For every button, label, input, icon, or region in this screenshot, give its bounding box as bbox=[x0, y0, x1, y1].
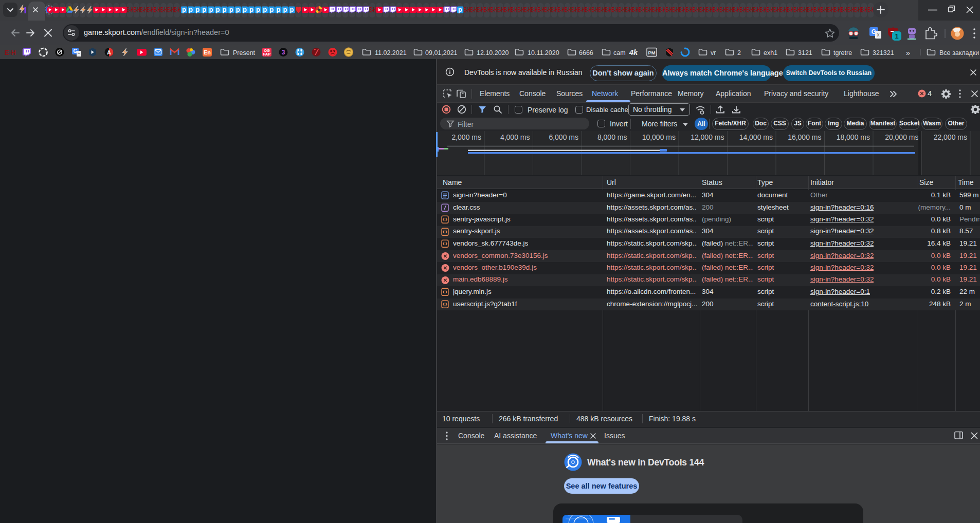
svg-text:p: p bbox=[216, 6, 220, 13]
svg-text:p: p bbox=[236, 6, 240, 13]
svg-text:p: p bbox=[202, 6, 206, 13]
svg-text:22,000 ms: 22,000 ms bbox=[934, 133, 967, 141]
svg-text:12.10.2020: 12.10.2020 bbox=[477, 49, 509, 57]
svg-text:p: p bbox=[195, 6, 199, 13]
svg-text:E-H: E-H bbox=[369, 5, 376, 14]
svg-text:p: p bbox=[269, 6, 274, 13]
svg-text:»: » bbox=[906, 48, 910, 57]
svg-text:x: x bbox=[877, 32, 880, 38]
svg-text:E-HE-HE-HE-HE-HE-HE-HE-H: E-HE-HE-HE-HE-HE-HE-HE-H bbox=[127, 5, 181, 14]
svg-text:16,000 ms: 16,000 ms bbox=[788, 133, 821, 141]
svg-text:cam: cam bbox=[613, 49, 626, 57]
svg-text:11.02.2021: 11.02.2021 bbox=[375, 49, 407, 57]
svg-text:p: p bbox=[256, 6, 260, 13]
svg-text:1: 1 bbox=[895, 32, 898, 40]
svg-text:vr: vr bbox=[711, 49, 716, 57]
svg-text:09,01,2021: 09,01,2021 bbox=[425, 49, 458, 57]
svg-text:2,000 ms: 2,000 ms bbox=[451, 133, 481, 141]
svg-text:A: A bbox=[107, 49, 111, 55]
svg-text:3121: 3121 bbox=[798, 49, 812, 57]
svg-text:p: p bbox=[209, 6, 213, 13]
svg-text:PM: PM bbox=[648, 50, 655, 55]
svg-text:FAP: FAP bbox=[263, 52, 271, 57]
svg-text:p: p bbox=[182, 6, 186, 13]
svg-text:E-HE-HE-HE-HE-HE-HE-HE-HE-HE-H: E-HE-HE-HE-HE-HE-HE-HE-HE-HE-HE-HE-HE-HE… bbox=[464, 5, 875, 14]
svg-text:10,000 ms: 10,000 ms bbox=[642, 133, 676, 141]
svg-text:6666: 6666 bbox=[579, 49, 593, 57]
svg-text:8,000 ms: 8,000 ms bbox=[597, 133, 627, 141]
svg-text:14,000 ms: 14,000 ms bbox=[739, 133, 773, 141]
svg-text:p: p bbox=[189, 6, 193, 13]
svg-text:6,000 ms: 6,000 ms bbox=[549, 133, 578, 141]
svg-text:3: 3 bbox=[282, 49, 285, 56]
svg-text:p: p bbox=[249, 6, 253, 13]
svg-text:tgretre: tgretre bbox=[833, 49, 852, 57]
svg-text:p: p bbox=[290, 6, 294, 13]
svg-text:20,000 ms: 20,000 ms bbox=[885, 133, 918, 141]
svg-text:p: p bbox=[243, 6, 247, 13]
svg-text:2: 2 bbox=[737, 49, 741, 57]
svg-text:10.11.2020: 10.11.2020 bbox=[528, 49, 559, 57]
svg-text:p: p bbox=[223, 6, 227, 13]
svg-text:4,000 ms: 4,000 ms bbox=[500, 133, 530, 141]
svg-text:p: p bbox=[458, 6, 462, 13]
svg-text:18,000 ms: 18,000 ms bbox=[837, 133, 870, 141]
svg-text:Все закладки: Все закладки bbox=[939, 49, 979, 57]
svg-text:p: p bbox=[263, 6, 267, 13]
svg-text:4k: 4k bbox=[629, 48, 638, 57]
svg-text:321321: 321321 bbox=[873, 49, 894, 57]
svg-text:p: p bbox=[283, 6, 287, 13]
svg-text:En: En bbox=[204, 49, 211, 55]
svg-text:exh1: exh1 bbox=[764, 49, 777, 57]
svg-text:p: p bbox=[276, 6, 280, 13]
svg-text:Present: Present bbox=[233, 49, 256, 57]
svg-text:E-H: E-H bbox=[5, 49, 16, 57]
svg-text:p: p bbox=[229, 6, 233, 13]
svg-text:12,000 ms: 12,000 ms bbox=[691, 133, 724, 141]
